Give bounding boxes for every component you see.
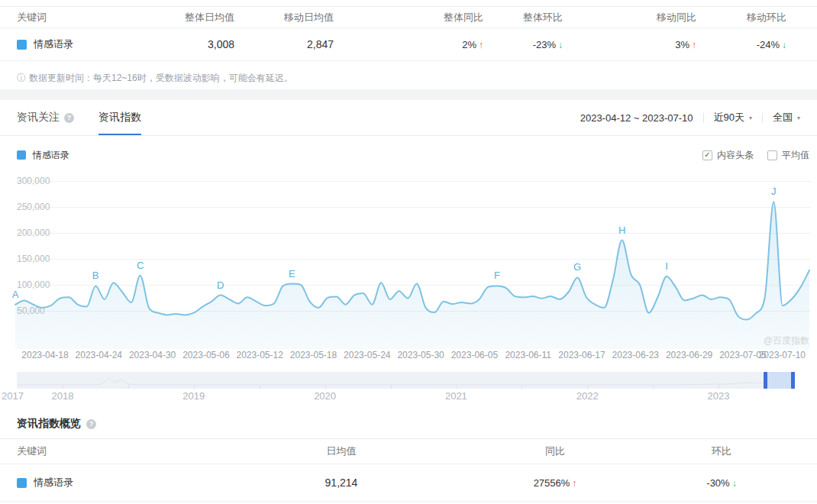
peak-label-a: A: [12, 289, 19, 300]
peak-label-j: J: [771, 186, 777, 197]
keyword-cell[interactable]: 情感语录: [17, 476, 215, 489]
timeline-tick: [325, 385, 326, 389]
col-keyword: 关键词: [17, 11, 170, 24]
trend-arrow-icon: ↑: [572, 478, 576, 489]
trend-chart-canvas[interactable]: [0, 172, 817, 349]
help-icon[interactable]: ?: [64, 113, 74, 123]
daily-avg-value: 91,214: [215, 477, 467, 489]
x-axis-label: 2023-07-10: [759, 350, 806, 360]
series-color-swatch: [17, 150, 26, 160]
checkbox-label: 内容头条: [717, 149, 754, 162]
date-range-display[interactable]: 2023-04-12 ~ 2023-07-10: [580, 112, 693, 124]
x-axis-label: 2023-06-17: [558, 350, 605, 360]
trend-chart: 50,000100,000150,000200,000250,000300,00…: [0, 172, 817, 367]
data-update-note: ⓘ数据更新时间：每天12~16时，受数据波动影响，可能会有延迟。: [17, 72, 293, 85]
time-range-dropdown[interactable]: 近90天 ▾: [714, 111, 752, 124]
peak-label-i: I: [665, 260, 668, 272]
timeline-slider[interactable]: [17, 372, 795, 389]
timeline-year-2018: 2018: [52, 390, 74, 402]
tab-news-attention[interactable]: 资讯关注 ?: [17, 100, 74, 135]
mobile-yoy-value: 3%↑: [563, 39, 696, 50]
timeline-tick: [194, 385, 195, 389]
keyword-metrics-table: 关键词 整体日均值 移动日均值 整体同比 整体环比 移动同比 移动环比 情感语录…: [0, 6, 817, 61]
tab-label: 资讯关注: [17, 111, 60, 124]
timeline-year-2017: 2017: [2, 390, 24, 402]
overview-title-text: 资讯指数概览: [17, 417, 81, 431]
checkbox-label: 平均值: [782, 149, 809, 162]
chevron-down-icon: ▾: [749, 115, 752, 121]
keyword-cell[interactable]: 情感语录: [17, 37, 170, 51]
checkbox-icon: [767, 150, 777, 160]
col-overall-mom: 整体环比: [483, 11, 563, 24]
peak-label-b: B: [92, 270, 99, 281]
timeline-tick: [587, 385, 588, 389]
timeline-year-2020: 2020: [314, 390, 336, 402]
chevron-down-icon: ▾: [797, 115, 800, 121]
peak-label-c: C: [137, 260, 144, 271]
x-axis-label: 2023-05-12: [236, 350, 283, 360]
timeline-tick: [522, 385, 522, 389]
help-icon[interactable]: ?: [86, 419, 96, 429]
tab-label: 资讯指数: [98, 111, 141, 124]
slider-handle-left[interactable]: [764, 372, 767, 389]
overview-title: 资讯指数概览 ?: [17, 417, 96, 431]
x-axis-label: 2023-04-30: [129, 350, 176, 360]
peak-label-e: E: [289, 268, 295, 279]
x-axis-label: 2023-05-06: [182, 350, 229, 360]
yoy-value: 27556%↑: [467, 477, 643, 489]
x-axis-label: 2023-04-24: [76, 350, 122, 360]
chart-options: ✓ 内容头条 平均值: [702, 149, 809, 162]
time-range-value: 近90天: [714, 111, 744, 124]
watermark: @百度指数: [764, 334, 809, 347]
series-color-swatch: [17, 478, 27, 488]
x-axis-label: 2023-06-23: [612, 350, 659, 360]
slider-handle-right[interactable]: [791, 372, 795, 389]
timeline-tick: [456, 385, 457, 389]
table-row: 情感语录 3,008 2,847 2%↑ -23%↓ 3%↑ -24%↓: [0, 28, 817, 61]
trend-arrow-icon: ↓: [732, 478, 737, 489]
region-dropdown[interactable]: 全国 ▾: [773, 111, 800, 124]
col-mobile-yoy: 移动同比: [563, 11, 696, 24]
mom-value: -30%↓: [643, 477, 800, 489]
series-legend-item[interactable]: 情感语录: [17, 149, 69, 162]
x-axis-label: 2023-05-30: [397, 350, 444, 360]
x-axis-label: 2023-06-05: [451, 350, 498, 360]
timeline-tick: [784, 385, 785, 389]
timeline-year-2023: 2023: [708, 390, 730, 402]
col-yoy: 同比: [467, 444, 643, 458]
chart-tabs-bar: 资讯关注 ? 资讯指数 2023-04-12 ~ 2023-07-10 近90天…: [0, 100, 817, 136]
keyword-label: 情感语录: [34, 476, 73, 489]
timeline-year-labels: 2017201820192020202120222023: [0, 390, 817, 402]
col-daily-avg: 日均值: [215, 444, 467, 458]
divider: [762, 113, 763, 123]
timeline-tick: [128, 385, 129, 389]
series-legend-label: 情感语录: [33, 149, 69, 162]
overview-table: 关键词 日均值 同比 环比 情感语录 91,214 27556%↑ -30%↓: [0, 438, 817, 502]
timeline-tick: [260, 385, 260, 389]
col-mobile-daily-avg: 移动日均值: [234, 11, 334, 24]
x-axis-label: 2023-04-18: [21, 350, 68, 360]
tab-news-index[interactable]: 资讯指数: [98, 100, 141, 135]
info-icon: ⓘ: [17, 73, 26, 83]
checkbox-average-value[interactable]: 平均值: [767, 149, 809, 162]
timeline-year-2021: 2021: [445, 390, 467, 402]
keyword-label: 情感语录: [34, 37, 73, 51]
timeline-tick: [719, 385, 719, 389]
overall-mom-value: -23%↓: [483, 39, 563, 50]
series-color-swatch: [17, 40, 27, 50]
table-header: 关键词 日均值 同比 环比: [0, 439, 817, 464]
mobile-mom-value: -24%↓: [696, 39, 800, 50]
region-value: 全国: [773, 111, 793, 124]
timeline-tick: [391, 385, 392, 389]
overall-daily-avg-value: 3,008: [170, 38, 234, 50]
checkbox-content-headlines[interactable]: ✓ 内容头条: [702, 149, 754, 162]
baidu-index-page: 关键词 整体日均值 移动日均值 整体同比 整体环比 移动同比 移动环比 情感语录…: [0, 0, 817, 504]
col-overall-daily-avg: 整体日均值: [170, 11, 234, 24]
timeline-year-2022: 2022: [576, 390, 599, 402]
table-header: 关键词 整体日均值 移动日均值 整体同比 整体环比 移动同比 移动环比: [0, 7, 817, 28]
col-mobile-mom: 移动环比: [696, 11, 800, 24]
table-row: 情感语录 91,214 27556%↑ -30%↓: [0, 464, 817, 502]
col-mom: 环比: [643, 444, 800, 458]
series-area: [15, 202, 809, 349]
peak-label-h: H: [618, 225, 625, 236]
